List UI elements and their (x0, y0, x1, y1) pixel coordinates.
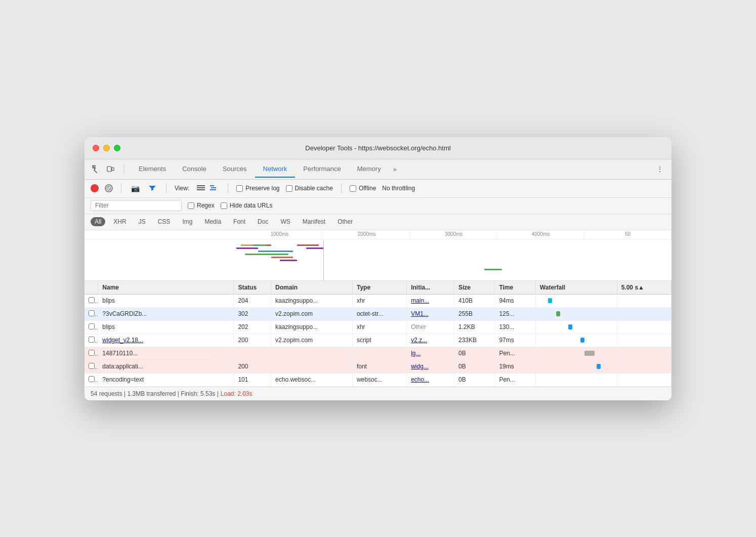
row-checkbox[interactable] (89, 310, 95, 316)
row-domain: v2.zopim.com (271, 334, 353, 347)
row-initiator[interactable]: VM1... (407, 307, 454, 320)
offline-text: Offline (359, 185, 376, 192)
initiator-link[interactable]: widg... (411, 363, 429, 370)
th-size[interactable]: Size (454, 281, 495, 295)
tab-performance[interactable]: Performance (295, 161, 349, 178)
tab-memory[interactable]: Memory (349, 161, 389, 178)
initiator-link[interactable]: VM1... (411, 310, 429, 317)
th-initiator[interactable]: Initia... (407, 281, 454, 295)
tab-console[interactable]: Console (174, 161, 215, 178)
initiator-link[interactable]: lg... (411, 350, 421, 357)
disable-cache-checkbox[interactable] (286, 185, 292, 192)
th-type[interactable]: Type (352, 281, 406, 295)
camera-icon[interactable]: 📷 (130, 183, 141, 194)
preserve-log-checkbox[interactable] (236, 185, 243, 192)
minimize-button[interactable] (103, 145, 110, 151)
tab-more-button[interactable]: » (389, 161, 401, 177)
regex-checkbox[interactable] (188, 202, 194, 209)
divider-2 (166, 183, 166, 193)
table-row[interactable]: blips 202 kaazingsuppo... xhr Other 1.2K… (85, 320, 671, 334)
th-5s[interactable]: 5.00 s▲ (617, 281, 671, 295)
type-btn-css[interactable]: CSS (154, 217, 175, 226)
th-domain[interactable]: Domain (271, 281, 353, 295)
row-5s (617, 294, 671, 307)
row-checkbox-cell (85, 294, 98, 307)
row-checkbox[interactable] (89, 297, 95, 303)
row-checkbox[interactable] (89, 323, 95, 329)
row-initiator[interactable]: widg... (407, 360, 454, 373)
svg-rect-8 (210, 185, 214, 186)
row-checkbox[interactable] (89, 376, 95, 382)
row-initiator[interactable]: lg... (407, 347, 454, 360)
row-5s (617, 320, 671, 334)
filter-input[interactable] (91, 200, 182, 211)
th-waterfall[interactable]: Waterfall (535, 281, 617, 295)
initiator-link[interactable]: v2.z... (411, 337, 427, 344)
ruler-tick-2000: 2000ms (323, 230, 410, 239)
row-time: 97ms (495, 334, 535, 347)
preserve-log-text: Preserve log (245, 185, 279, 192)
timeline-area: 1000ms 2000ms 3000ms 4000ms 50 (85, 230, 671, 281)
table-row[interactable]: ?3vCaGRDlZb... 302 v2.zopim.com octet-st… (85, 307, 671, 320)
row-name[interactable]: widget_v2.18... (98, 334, 234, 347)
waterfall-view-icon[interactable] (208, 183, 220, 194)
record-button[interactable] (91, 184, 99, 192)
hide-data-urls-label[interactable]: Hide data URLs (221, 202, 273, 209)
th-time[interactable]: Time (495, 281, 535, 295)
type-btn-manifest[interactable]: Manifest (299, 217, 329, 226)
row-name: ?encoding=text (98, 373, 234, 386)
table-row[interactable]: 148710110... https://v2.zopim.com/bin/v/… (85, 347, 671, 360)
type-btn-font[interactable]: Font (229, 217, 249, 226)
preserve-log-label[interactable]: Preserve log (236, 185, 279, 192)
type-btn-xhr[interactable]: XHR (109, 217, 130, 226)
disable-cache-label[interactable]: Disable cache (286, 185, 333, 192)
type-btn-js[interactable]: JS (135, 217, 150, 226)
type-btn-other[interactable]: Other (333, 217, 357, 226)
tab-network[interactable]: Network (255, 161, 296, 178)
row-checkbox[interactable] (89, 363, 95, 369)
row-checkbox-cell (85, 307, 98, 320)
inspect-icon[interactable] (91, 163, 102, 175)
tab-sources[interactable]: Sources (215, 161, 255, 178)
offline-checkbox[interactable] (350, 185, 356, 192)
row-initiator[interactable]: v2.z... (407, 334, 454, 347)
table-row[interactable]: blips 204 kaazingsuppo... xhr main... 41… (85, 294, 671, 307)
maximize-button[interactable] (114, 145, 120, 151)
filter-icon[interactable] (147, 183, 158, 194)
list-view-icon[interactable] (195, 183, 206, 194)
offline-label[interactable]: Offline (350, 185, 376, 192)
hide-data-urls-checkbox[interactable] (221, 202, 227, 209)
ruler-tick-1000: 1000ms (236, 230, 323, 239)
status-bar: 54 requests | 1.3MB transferred | Finish… (85, 387, 671, 400)
close-button[interactable] (93, 145, 99, 151)
row-name: 148710110... https://v2.zopim.com/bin/v/… (98, 347, 234, 360)
regex-label[interactable]: Regex (188, 202, 215, 209)
more-options-icon[interactable]: ⋮ (654, 163, 665, 175)
row-initiator[interactable]: echo... (407, 373, 454, 386)
type-btn-all[interactable]: All (91, 217, 105, 226)
row-initiator[interactable]: main... (407, 294, 454, 307)
table-row[interactable]: widget_v2.18... 200 v2.zopim.com script … (85, 334, 671, 347)
table-row[interactable]: data:applicati... 200 font widg... 0B 19… (85, 360, 671, 373)
row-status: 200 (234, 360, 271, 373)
device-toolbar-icon[interactable] (105, 163, 116, 175)
svg-rect-9 (211, 187, 216, 188)
load-text: Load: 2.03s (221, 390, 253, 397)
row-status: 302 (234, 307, 271, 320)
row-checkbox[interactable] (89, 337, 95, 343)
th-status[interactable]: Status (234, 281, 271, 295)
type-btn-ws[interactable]: WS (276, 217, 294, 226)
stop-button[interactable] (105, 184, 113, 192)
name-link[interactable]: widget_v2.18... (102, 337, 143, 344)
row-checkbox[interactable] (89, 350, 95, 356)
type-btn-img[interactable]: Img (178, 217, 196, 226)
tab-elements[interactable]: Elements (131, 161, 174, 178)
row-waterfall (535, 334, 617, 347)
th-name[interactable]: Name (98, 281, 234, 295)
initiator-link[interactable]: echo... (411, 376, 429, 383)
type-btn-media[interactable]: Media (200, 217, 225, 226)
type-btn-doc[interactable]: Doc (254, 217, 272, 226)
table-row[interactable]: ?encoding=text 101 echo.websoc... websoc… (85, 373, 671, 386)
tab-bar: Elements Console Sources Network Perform… (85, 159, 671, 180)
initiator-link[interactable]: main... (411, 297, 429, 304)
